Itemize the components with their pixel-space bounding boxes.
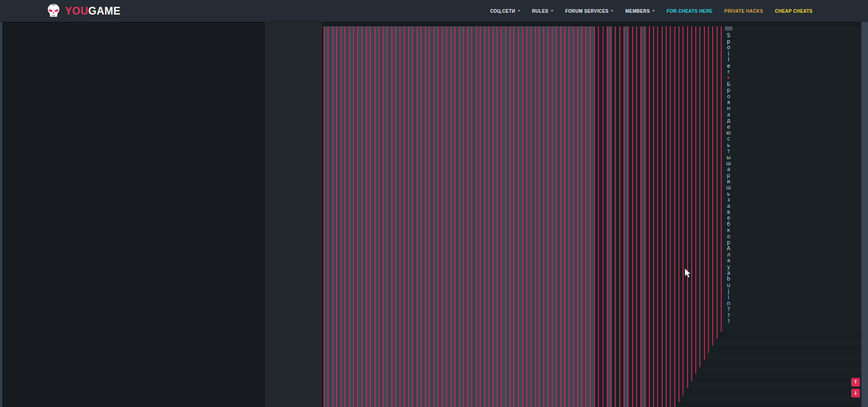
spoiler-vertical-char: с xyxy=(725,136,732,142)
quote-block: SpoilerБроянадеюсьтышаришьзавебкорАляуаb… xyxy=(366,26,860,407)
quote-block: SpoilerБроянадеюсьтышаришьзавебкорАляуаb… xyxy=(353,26,860,407)
quote-block: SpoilerБроянадеюсьтышаришьзавебкорАляуаb… xyxy=(417,26,860,407)
spoiler-vertical-char: ? xyxy=(725,307,732,312)
collapsed-spoiler-block: SpoilerБроянадеюсьтышаришьзавебкорАляуаb… xyxy=(725,26,732,325)
nav-item-label: RULES xyxy=(532,9,549,14)
spoiler-vertical-char: а xyxy=(725,203,732,209)
quote-block: SpoilerБроянадеюсьтышаришьзавебкорАляуаb… xyxy=(328,26,860,407)
nav-item-label: PRIVATE HACKS xyxy=(724,9,763,14)
quote-block: SpoilerБроянадеюсьтышаришьзавебкорАляуаb… xyxy=(514,26,860,407)
spoiler-vertical-char: о xyxy=(725,233,732,239)
nav-item-cheap-cheats[interactable]: CHEAP CHEATS xyxy=(775,9,813,14)
spoiler-vertical-char xyxy=(725,75,732,81)
quote-block: SpoilerБроянадеюсьтышаришьзавебкорАляуаb… xyxy=(691,26,860,381)
quote-block: SpoilerБроянадеюсьтышаришьзавебкорАляуаb… xyxy=(721,26,860,332)
spoiler-vertical-char: ю xyxy=(725,130,732,136)
spoiler-vertical-char: р xyxy=(725,87,732,93)
scroll-to-bottom-button[interactable]: ↓ xyxy=(851,389,860,397)
quote-block: SpoilerБроянадеюсьтышаришьзавебкорАляуаb… xyxy=(467,26,860,407)
quote-block: SpoilerБроянадеюсьтышаришьзавебкорАляуаb… xyxy=(666,26,860,407)
quote-block: SpoilerБроянадеюсьтышаришьзавебкорАляуаb… xyxy=(357,26,860,407)
quote-block: SpoilerБроянадеюсьтышаришьзавебкорАляуаb… xyxy=(336,26,860,407)
quote-block: SpoilerБроянадеюсьтышаришьзавебкорАляуаb… xyxy=(501,26,860,407)
spoiler-vertical-char: u xyxy=(725,282,732,288)
quote-block: SpoilerБроянадеюсьтышаришьзавебкорАляуаb… xyxy=(531,26,860,407)
spoiler-vertical-char: ш xyxy=(725,185,732,191)
spoiler-vertical-char: и xyxy=(725,178,732,184)
spoiler-vertical-char: о xyxy=(725,93,732,99)
quote-block: SpoilerБроянадеюсьтышаришьзавебкорАляуаb… xyxy=(695,26,860,374)
quote-block: SpoilerБроянадеюсьтышаришьзавебкорАляуаb… xyxy=(670,26,860,407)
spoiler-vertical-char: в xyxy=(725,209,732,215)
site-header: YOUGAME СОЦ.СЕТИRULESFORUM SERVICESMEMBE… xyxy=(0,0,868,22)
nav-item-members[interactable]: MEMBERS xyxy=(625,9,655,14)
forum-page: YOUGAME СОЦ.СЕТИRULESFORUM SERVICESMEMBE… xyxy=(0,0,868,407)
quote-block: SpoilerБроянадеюсьтышаришьзавебкорАляуаb… xyxy=(683,26,860,395)
quote-block: SpoilerБроянадеюсьтышаришьзавебкорАляуаb… xyxy=(560,26,860,407)
quote-block: SpoilerБроянадеюсьтышаришьзавебкорАляуаb… xyxy=(708,26,860,353)
spoiler-vertical-char: ? xyxy=(725,318,732,324)
quote-block: SpoilerБроянадеюсьтышаришьзавебкорАляуаb… xyxy=(476,26,860,407)
spoiler-vertical-char: ы xyxy=(725,154,732,160)
nav-item-private-hacks[interactable]: PRIVATE HACKS xyxy=(724,9,763,14)
spoiler-vertical-char: ш xyxy=(725,160,732,166)
quote-block: SpoilerБроянадеюсьтышаришьзавебкорАляуаb… xyxy=(497,26,860,407)
quote-block: SpoilerБроянадеюсьтышаришьзавебкорАляуаb… xyxy=(594,26,860,407)
quote-block: SpoilerБроянадеюсьтышаришьзавебкорАляуаb… xyxy=(459,26,861,407)
chevron-down-icon xyxy=(551,10,554,12)
spoiler-toggle-button[interactable] xyxy=(725,26,733,30)
scroll-to-top-button[interactable]: ↑ xyxy=(851,378,860,387)
quote-block: SpoilerБроянадеюсьтышаришьзавебкорАляуаb… xyxy=(395,26,860,407)
quote-block: SpoilerБроянадеюсьтышаришьзавебкорАляуаb… xyxy=(543,26,860,407)
spoiler-separator-dot xyxy=(728,77,729,79)
quote-block: SpoilerБроянадеюсьтышаришьзавебкорАляуаb… xyxy=(590,26,860,407)
quote-block: SpoilerБроянадеюсьтышаришьзавебкорАляуаb… xyxy=(374,26,860,407)
quote-block: SpoilerБроянадеюсьтышаришьзавебкорАляуаb… xyxy=(704,26,860,360)
quote-block: SpoilerБроянадеюсьтышаришьзавебкорАляуаb… xyxy=(539,26,860,407)
spoiler-vertical-char: е xyxy=(725,124,732,130)
quote-block: SpoilerБроянадеюсьтышаришьзавебкорАляуаb… xyxy=(699,26,860,367)
quote-block: SpoilerБроянадеюсьтышаришьзавебкорАляуаb… xyxy=(349,26,860,407)
spoiler-vertical-char: а xyxy=(725,270,732,276)
spoiler-vertical-char: н xyxy=(725,106,732,111)
nav-item-for-cheats-here[interactable]: FOR CHEATS HERE xyxy=(667,9,713,14)
quote-block: SpoilerБроянадеюсьтышаришьзавебкорАляуаb… xyxy=(632,26,860,407)
spoiler-vertical-char: e xyxy=(725,63,732,69)
quote-block: SpoilerБроянадеюсьтышаришьзавебкорАляуаb… xyxy=(640,26,860,407)
nav-item-label: FOR CHEATS HERE xyxy=(667,9,713,14)
quote-block: SpoilerБроянадеюсьтышаришьзавебкорАляуаb… xyxy=(484,26,860,407)
scrollbar-track[interactable] xyxy=(862,22,868,407)
spoiler-vertical-char: j xyxy=(725,288,732,294)
quote-block: SpoilerБроянадеюсьтышаришьзавебкорАляуаb… xyxy=(463,26,860,407)
chevron-down-icon xyxy=(518,10,520,12)
quote-block: SpoilerБроянадеюсьтышаришьзавебкорАляуаb… xyxy=(657,26,860,407)
quote-block: SpoilerБроянадеюсьтышаришьзавебкорАляуаb… xyxy=(615,26,860,407)
spoiler-vertical-char: а xyxy=(725,111,732,117)
quote-block: SpoilerБроянадеюсьтышаришьзавебкорАляуаb… xyxy=(332,26,860,407)
logo-you-text: YOU xyxy=(65,5,88,17)
main-nav: СОЦ.СЕТИRULESFORUM SERVICESMEMBERSFOR CH… xyxy=(490,9,813,14)
spoiler-vertical-char: я xyxy=(725,257,732,263)
quote-block: SpoilerБроянадеюсьтышаришьзавебкорАляуаb… xyxy=(412,26,860,407)
spoiler-vertical-char: ? xyxy=(725,312,732,318)
quote-block: SpoilerБроянадеюсьтышаришьзавебкорАляуаb… xyxy=(442,26,860,407)
quote-block: SpoilerБроянадеюсьтышаришьзавебкорАляуаb… xyxy=(662,26,860,407)
quote-block: SpoilerБроянадеюсьтышаришьзавебкорАляуаb… xyxy=(603,26,860,407)
page-scroll-buttons: ↑ ↓ xyxy=(851,378,860,397)
quote-block: SpoilerБроянадеюсьтышаришьзавебкорАляуаb… xyxy=(399,26,860,407)
nav-item-soc-seti[interactable]: СОЦ.СЕТИ xyxy=(490,9,520,14)
post-author-column xyxy=(2,22,265,407)
nav-item-rules[interactable]: RULES xyxy=(532,9,554,14)
spoiler-vertical-char: д xyxy=(725,117,732,123)
quote-block: SpoilerБроянадеюсьтышаришьзавебкорАляуаb… xyxy=(434,26,860,407)
quote-block: SpoilerБроянадеюсьтышаришьзавебкорАляуаb… xyxy=(649,26,860,407)
spoiler-vertical-char: o xyxy=(725,45,732,50)
spoiler-vertical-char: S xyxy=(725,32,732,38)
nav-item-forum-services[interactable]: FORUM SERVICES xyxy=(565,9,614,14)
quote-block: SpoilerБроянадеюсьтышаришьзавебкорАляуаb… xyxy=(429,26,860,407)
site-logo[interactable]: YOUGAME xyxy=(45,3,120,19)
quote-block: SpoilerБроянадеюсьтышаришьзавебкорАляуаb… xyxy=(509,26,860,407)
quote-block: SpoilerБроянадеюсьтышаришьзавебкорАляуаb… xyxy=(425,26,860,407)
quote-block: SpoilerБроянадеюсьтышаришьзавебкорАляуаb… xyxy=(518,26,860,407)
spoiler-vertical-char: т xyxy=(725,148,732,154)
